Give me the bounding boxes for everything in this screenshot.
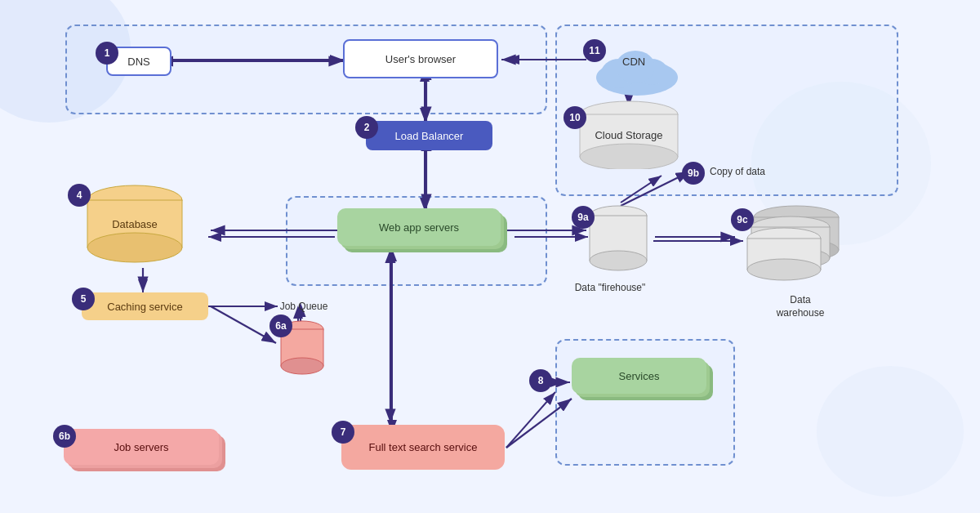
full-text-search-node: Full text search service: [341, 425, 505, 470]
data-warehouse-label: Data warehouse: [768, 294, 833, 319]
svg-point-32: [590, 251, 647, 270]
svg-point-28: [87, 233, 182, 262]
caching-node: Caching service: [82, 292, 208, 320]
cdn-label: CDN: [622, 56, 645, 68]
job-servers-badge: 6b: [53, 425, 76, 448]
copy-data-badge: 9b: [682, 162, 705, 185]
svg-point-41: [747, 259, 821, 280]
job-queue-badge: 6a: [270, 314, 292, 337]
lb-badge: 2: [355, 116, 378, 139]
full-text-search-label: Full text search service: [369, 441, 478, 453]
dns-badge: 1: [96, 42, 118, 65]
web-app-servers-node: Web app servers: [337, 208, 501, 246]
svg-text:Database: Database: [112, 218, 158, 230]
svg-text:Cloud Storage: Cloud Storage: [595, 129, 662, 141]
services-label: Services: [619, 370, 660, 382]
svg-line-13: [506, 392, 555, 448]
svg-point-24: [580, 144, 678, 169]
database-node: Database: [78, 184, 192, 265]
job-queue-label: Job Queue: [279, 301, 328, 314]
load-balancer-node: Load Balancer: [366, 121, 492, 150]
job-servers-label: Job servers: [114, 441, 168, 453]
browser-node: User's browser: [343, 39, 498, 78]
svg-point-44: [281, 358, 323, 374]
lb-label: Load Balancer: [395, 130, 464, 142]
caching-badge: 5: [72, 288, 95, 310]
job-servers-node: Job servers: [64, 429, 219, 465]
data-warehouse-badge: 9c: [731, 208, 754, 231]
caching-label: Caching service: [107, 301, 183, 313]
web-app-servers-label: Web app servers: [379, 221, 459, 234]
data-firehouse-badge: 9a: [572, 206, 595, 229]
full-text-search-badge: 7: [332, 421, 354, 444]
dns-label: DNS: [127, 56, 149, 68]
cloud-storage-node: Cloud Storage: [572, 100, 686, 169]
data-firehouse-node: [584, 203, 653, 276]
copy-data-label: Copy of data: [701, 166, 774, 179]
cloud-storage-badge: 10: [564, 106, 586, 129]
browser-label: User's browser: [385, 53, 456, 65]
diagram-canvas: DNS 1 User's browser CDN 11 Load Balance…: [0, 0, 980, 513]
data-firehouse-label: Data "firehouse": [573, 282, 647, 295]
services-node: Services: [572, 358, 706, 394]
database-badge: 4: [68, 184, 91, 207]
cdn-badge: 11: [583, 39, 606, 62]
svg-line-54: [211, 306, 276, 343]
services-badge: 8: [529, 369, 552, 392]
